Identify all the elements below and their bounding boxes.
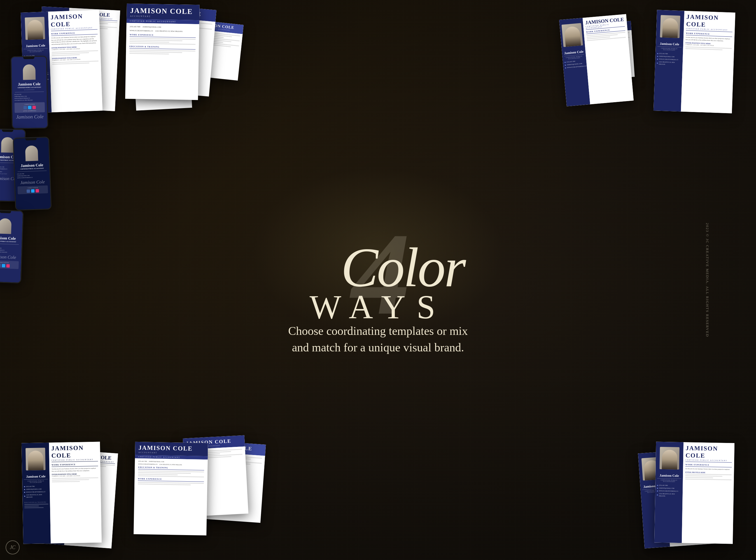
name-tl-main: Jamison Cole [26,43,45,48]
subtitle-line2: and match for a unique visual brand. [252,339,504,356]
resume-card-top-right-extra1: Jamison Cole CERTIFIED PUBLIC ACCOUNTANT… [559,14,634,106]
phone-mockup-bottom-left: Jamison Cole CERTIFIED PUBLIC ACCOUNTANT… [13,137,52,211]
subtitle-container: Choose coordinating templates or mix and… [252,323,504,356]
copyright-text: 2023 © JC CREATIVE MEDIA. ALL RIGHTS RES… [705,223,710,337]
jc-logo: JC [6,540,20,554]
photo-tl-main [25,17,45,40]
resume-card-top-right-main: Jamison Cole CERTIFIED PUBLIC ACCOUNTANT… [654,10,735,114]
resume-card-bottom-center-main: JAMISON COLE ACCOUNTANT CERTIFIED PUBLIC… [134,442,208,535]
color-script-text: Color [341,242,464,293]
phone-mockup-bottom-right: Jamison Cole CERTIFIED PUBLIC ACCOUNTANT… [0,209,23,283]
resume-card-top-center-main: JAMISON COLE ACCOUNTANT CERTIFIED PUBLIC… [125,4,200,100]
resume-card-bottom-left-main: Jamison Cole CERTIFIED PUBLIC ACCOUNTANT… [22,442,102,544]
title-tl-main: CERTIFIED PUBLIC ACCOUNTANT [23,48,47,53]
jc-logo-text: JC [10,545,15,551]
name-right-tl: JAMISON COLE [51,12,97,28]
subtitle-line1: Choose coordinating templates or mix [252,323,504,339]
resume-card-bottom-right-main: Jamison Cole CERTIFIED PUBLIC ACCOUNTANT… [654,442,734,544]
ways-text: WAYS [310,288,446,326]
jc-logo-circle: JC [6,540,20,554]
phone-mockup-top-left: Jamison Cole CERTIFIED PUBLIC ACCOUNTANT… [11,56,48,129]
